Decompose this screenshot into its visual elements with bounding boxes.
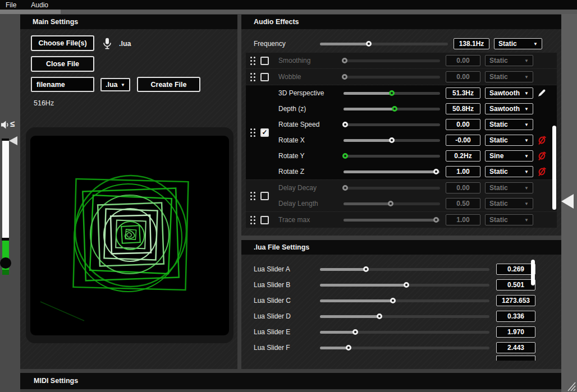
lua-slider-b-value[interactable]: 0.501 [496, 279, 535, 290]
trace-max-slider[interactable] [344, 215, 440, 225]
drag-handle-icon[interactable] [250, 128, 255, 137]
lua-slider-label: Lua Slider A [254, 265, 320, 273]
chevron-down-icon: ▼ [524, 169, 529, 174]
resize-grip-icon[interactable] [565, 379, 576, 391]
rotate-speed-mode-dropdown[interactable]: Static ▼ [485, 119, 533, 130]
lua-slider-e-value[interactable]: 1.970 [496, 326, 535, 338]
choose-files-button[interactable]: Choose File(s) [31, 35, 94, 51]
delay-decay-slider[interactable] [344, 183, 440, 193]
mode-value: Static [489, 168, 508, 176]
frequency-mode-dropdown[interactable]: Static ▼ [494, 38, 542, 49]
volume-slider-thumb[interactable] [0, 257, 11, 269]
lua-slider-f[interactable] [320, 343, 489, 353]
collapse-panel-arrow[interactable] [561, 194, 574, 209]
trace-max-checkbox[interactable] [260, 216, 269, 224]
oscilloscope-canvas[interactable] [30, 136, 229, 335]
volume-threshold-marker[interactable] [9, 136, 17, 145]
menu-audio[interactable]: Audio [31, 1, 48, 9]
menu-bar: File Audio [0, 0, 577, 10]
lua-scrollbar[interactable] [531, 260, 535, 285]
rotate-y-slider[interactable] [344, 151, 440, 161]
rotation-axis-icon[interactable] [537, 151, 547, 162]
depth-z-slider[interactable] [344, 104, 440, 114]
less-equal-icon: ≤ [10, 119, 15, 128]
rotate-x-slider[interactable] [344, 135, 440, 145]
extension-dropdown[interactable]: .lua ▼ [100, 78, 130, 91]
mode-value: Static [489, 121, 508, 128]
edit-pencil-icon[interactable] [537, 89, 546, 98]
create-file-button[interactable]: Create File [137, 77, 200, 92]
frequency-slider[interactable] [320, 39, 448, 49]
wobble-slider[interactable] [344, 72, 440, 82]
smoothing-checkbox[interactable] [260, 57, 269, 65]
filename-input[interactable]: filename [31, 77, 94, 92]
3d-perspective-slider[interactable] [344, 88, 440, 98]
delay-length-value[interactable]: 0.50 [446, 198, 480, 209]
visualizer-frame [26, 127, 233, 343]
oscilloscope-trace [30, 136, 229, 335]
lua-slider-c-value[interactable]: 1273.653 [496, 295, 535, 306]
lua-slider-c[interactable] [320, 296, 489, 306]
rotate-speed-slider[interactable] [344, 119, 440, 130]
lua-slider-f-value[interactable]: 2.443 [496, 342, 535, 353]
drag-handle-icon[interactable] [250, 73, 255, 81]
wobble-mode-dropdown[interactable]: Static ▼ [485, 71, 533, 82]
lua-file-settings-panel: .lua File Settings Lua Slider A 0.269 Lu… [241, 240, 561, 369]
trace-max-mode-dropdown[interactable]: Static ▼ [485, 214, 533, 225]
wobble-checkbox[interactable] [260, 73, 269, 81]
microphone-icon[interactable] [103, 38, 112, 49]
lua-slider-a[interactable] [320, 264, 489, 274]
drag-handle-icon[interactable] [250, 216, 255, 224]
delay-decay-value[interactable]: 0.00 [446, 182, 480, 193]
rotate-speed-value[interactable]: 0.00 [446, 119, 480, 130]
depth-z-value[interactable]: 50.8Hz [446, 103, 480, 114]
effect-group-smoothing: Smoothing 0.00 Static ▼ [246, 53, 557, 68]
effects-scrollbar[interactable] [552, 126, 556, 210]
smoothing-slider[interactable] [344, 56, 440, 66]
mode-value: Sawtooth [489, 105, 520, 113]
lua-slider-a-value[interactable]: 0.269 [496, 264, 535, 275]
smoothing-mode-dropdown[interactable]: Static ▼ [485, 55, 533, 66]
rotate-z-mode-dropdown[interactable]: Static ▼ [485, 166, 533, 177]
effect-label: Smoothing [278, 57, 344, 64]
delay-decay-mode-dropdown[interactable]: Static ▼ [485, 182, 533, 193]
depth-z-mode-dropdown[interactable]: Sawtooth ▼ [485, 103, 533, 114]
lua-slider-d[interactable] [320, 311, 489, 321]
midi-settings-bar[interactable]: MIDI Settings [20, 373, 561, 389]
smoothing-value[interactable]: 0.00 [446, 55, 480, 66]
frequency-readout: 516Hz [34, 99, 54, 107]
lua-slider-d-value[interactable]: 0.336 [496, 311, 535, 322]
rotate-z-value[interactable]: 1.00 [446, 166, 480, 177]
close-file-button[interactable]: Close File [31, 56, 94, 72]
frequency-value[interactable]: 138.1Hz [454, 38, 489, 49]
mode-value: Static [489, 73, 508, 81]
3d-perspective-value[interactable]: 51.3Hz [446, 87, 480, 99]
rotation-axis-icon[interactable] [537, 167, 547, 177]
mode-value: Static [489, 57, 508, 64]
drag-handle-icon[interactable] [250, 192, 255, 200]
lua-row-d: Lua Slider D 0.336 [241, 308, 561, 324]
audio-effects-panel: Audio Effects Frequency 138.1Hz Static ▼ [241, 15, 561, 236]
clipped-next-value-box [496, 356, 535, 361]
wobble-value[interactable]: 0.00 [446, 71, 480, 82]
rotate-y-value[interactable]: 0.2Hz [446, 150, 480, 162]
delay-checkbox[interactable] [260, 192, 269, 200]
rotate-z-slider[interactable] [344, 167, 440, 177]
3d-perspective-mode-dropdown[interactable]: Sawtooth ▼ [485, 87, 533, 99]
lua-slider-b[interactable] [320, 280, 489, 290]
effect-row-depth-z: Depth (z) 50.8Hz Sawtooth ▼ [278, 101, 557, 117]
rotate-x-mode-dropdown[interactable]: Static ▼ [485, 135, 533, 146]
drag-handle-icon[interactable] [250, 57, 255, 65]
rotate-y-mode-dropdown[interactable]: Sine ▼ [485, 150, 533, 162]
trace-max-value[interactable]: 1.00 [446, 214, 480, 225]
rotate-group-checkbox[interactable]: ✓ [260, 128, 269, 137]
rotation-axis-icon[interactable] [537, 135, 547, 146]
chevron-down-icon: ▼ [524, 91, 529, 96]
speaker-icon [1, 121, 10, 129]
menu-file[interactable]: File [6, 1, 16, 9]
rotate-x-value[interactable]: -0.00 [446, 135, 480, 146]
lua-slider-e[interactable] [320, 327, 489, 337]
delay-length-mode-dropdown[interactable]: Static ▼ [485, 198, 533, 209]
delay-length-slider[interactable] [344, 199, 440, 209]
volume-meter-track[interactable] [2, 141, 9, 238]
